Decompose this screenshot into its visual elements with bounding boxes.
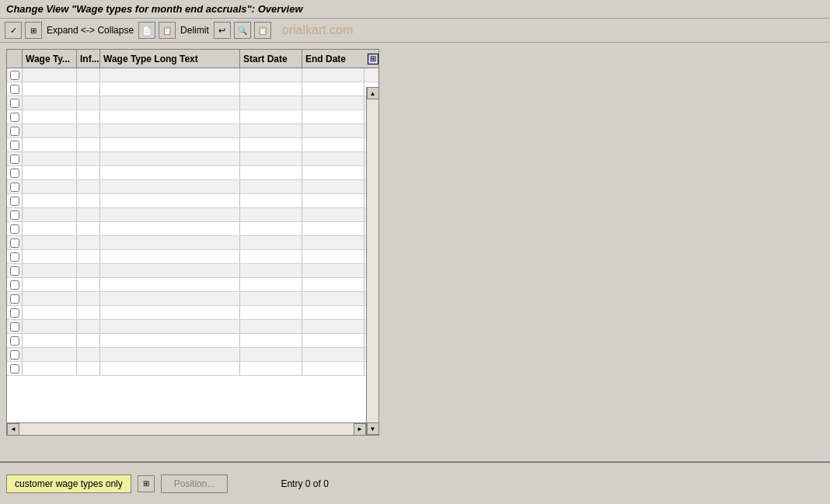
scroll-down-arrow[interactable]: ▼ [367, 422, 379, 435]
row-cell-end-date [302, 166, 364, 179]
row-cell-end-date [302, 68, 364, 82]
table-row [7, 138, 378, 152]
row-checkbox[interactable] [7, 222, 23, 235]
row-checkbox[interactable] [7, 96, 23, 109]
row-cell-long-text [100, 208, 240, 221]
scroll-left-arrow[interactable]: ◄ [7, 423, 19, 436]
row-cell-end-date [302, 306, 364, 319]
row-cell-info [77, 362, 100, 375]
row-cell-wage-type [23, 82, 77, 96]
row-checkbox[interactable] [7, 180, 23, 193]
row-cell-end-date [302, 208, 364, 221]
row-checkbox[interactable] [7, 166, 23, 179]
scroll-track[interactable] [367, 99, 378, 422]
row-cell-info [77, 166, 100, 179]
row-cell-long-text [100, 320, 240, 333]
row-cell-long-text [100, 362, 240, 375]
row-cell-start-date [240, 306, 302, 319]
row-cell-wage-type [23, 278, 77, 291]
row-cell-wage-type [23, 334, 77, 347]
row-checkbox[interactable] [7, 68, 23, 82]
row-cell-info [77, 68, 100, 82]
col-header-long-text: Wage Type Long Text [100, 50, 240, 68]
row-checkbox[interactable] [7, 138, 23, 151]
row-cell-info [77, 208, 100, 221]
row-checkbox[interactable] [7, 82, 23, 96]
row-checkbox[interactable] [7, 320, 23, 333]
customer-wage-types-button[interactable]: customer wage types only [6, 474, 131, 493]
row-cell-wage-type [23, 124, 77, 137]
row-cell-info [77, 236, 100, 249]
table-icon: ⊞ [143, 479, 149, 488]
col-header-info: Inf... [77, 50, 100, 68]
other-btn[interactable]: 📋 [254, 22, 271, 39]
toolbar: ✓ ⊞ Expand <-> Collapse 📄 📋 Delimit ↩ 🔍 … [0, 19, 830, 43]
row-cell-info [77, 320, 100, 333]
row-checkbox[interactable] [7, 334, 23, 347]
row-cell-info [77, 138, 100, 151]
table-row [7, 180, 378, 194]
row-cell-start-date [240, 208, 302, 221]
clipboard-btn[interactable]: ⊞ [25, 22, 42, 39]
row-checkbox[interactable] [7, 264, 23, 277]
scroll-right-arrow[interactable]: ► [354, 423, 366, 436]
row-cell-start-date [240, 124, 302, 137]
row-checkbox[interactable] [7, 292, 23, 305]
row-cell-long-text [100, 124, 240, 137]
column-settings-icon[interactable]: ⊞ [364, 50, 379, 68]
position-button[interactable]: Position... [161, 474, 228, 493]
row-cell-end-date [302, 278, 364, 291]
copy-icon: 📄 [142, 26, 152, 35]
table-row [7, 194, 378, 208]
row-cell-long-text [100, 334, 240, 347]
row-cell-end-date [302, 236, 364, 249]
row-cell-long-text [100, 110, 240, 123]
row-cell-start-date [240, 180, 302, 193]
row-checkbox[interactable] [7, 236, 23, 249]
row-cell-wage-type [23, 194, 77, 207]
row-checkbox[interactable] [7, 362, 23, 375]
row-cell-long-text [100, 278, 240, 291]
row-checkbox[interactable] [7, 110, 23, 123]
table-row [7, 292, 378, 306]
row-cell-wage-type [23, 264, 77, 277]
check-btn[interactable]: ✓ [5, 22, 22, 39]
row-checkbox[interactable] [7, 306, 23, 319]
row-cell-start-date [240, 82, 302, 96]
find-btn[interactable]: 🔍 [234, 22, 251, 39]
row-checkbox[interactable] [7, 194, 23, 207]
row-cell-start-date [240, 68, 302, 82]
row-cell-long-text [100, 348, 240, 361]
vertical-scrollbar[interactable]: ▲ ▼ [366, 87, 378, 435]
table-header: Wage Ty... Inf... Wage Type Long Text St… [7, 50, 378, 68]
row-cell-info [77, 82, 100, 96]
copy-btn[interactable]: 📄 [138, 22, 155, 39]
check-icon: ✓ [10, 26, 17, 36]
row-cell-long-text [100, 166, 240, 179]
row-cell-info [77, 348, 100, 361]
row-checkbox[interactable] [7, 208, 23, 221]
horizontal-scrollbar[interactable]: ◄ ► [7, 422, 366, 435]
row-cell-end-date [302, 334, 364, 347]
row-cell-long-text [100, 194, 240, 207]
row-cell-info [77, 152, 100, 165]
row-checkbox[interactable] [7, 250, 23, 263]
row-cell-info [77, 334, 100, 347]
paste-btn[interactable]: 📋 [159, 22, 176, 39]
row-checkbox[interactable] [7, 152, 23, 165]
row-cell-wage-type [23, 222, 77, 235]
undo-btn[interactable]: ↩ [214, 22, 231, 39]
row-cell-end-date [302, 320, 364, 333]
scroll-up-arrow[interactable]: ▲ [367, 87, 379, 99]
row-checkbox[interactable] [7, 278, 23, 291]
col-header-start-date: Start Date [240, 50, 302, 68]
row-cell-start-date [240, 194, 302, 207]
h-scroll-track[interactable] [19, 423, 354, 435]
row-checkbox[interactable] [7, 348, 23, 361]
position-icon[interactable]: ⊞ [138, 475, 155, 492]
row-checkbox[interactable] [7, 124, 23, 137]
col-header-end-date: End Date [302, 50, 364, 68]
row-cell-info [77, 222, 100, 235]
table-row [7, 222, 378, 236]
row-cell-long-text [100, 250, 240, 263]
